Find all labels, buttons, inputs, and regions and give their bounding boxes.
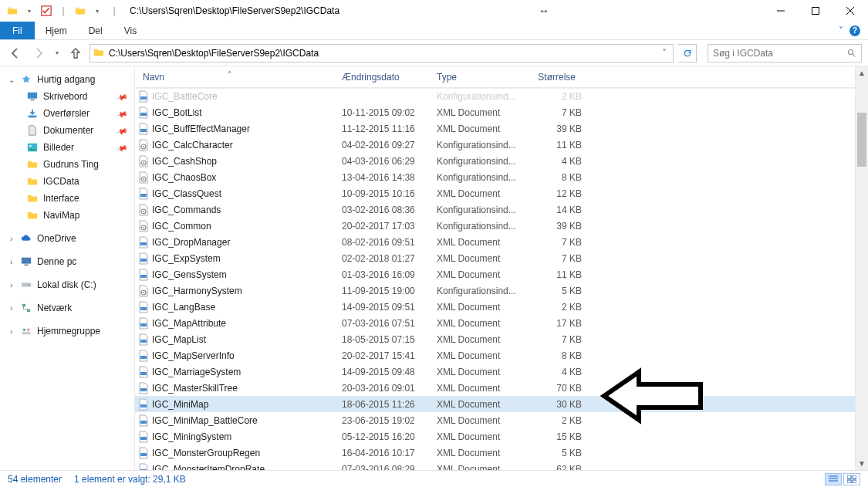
chevron-right-icon[interactable]: › (8, 304, 15, 313)
checkbox-icon[interactable] (40, 5, 52, 17)
svg-rect-38 (140, 340, 147, 343)
vertical-scrollbar[interactable]: ▲ ▼ (855, 66, 868, 470)
table-row[interactable]: IGC_MapServerInfo20-02-2017 15:41XML Doc… (135, 347, 855, 364)
search-box[interactable] (708, 44, 862, 63)
table-row[interactable]: IGC_MapList18-05-2015 07:15XML Document7… (135, 331, 855, 347)
sidebar-item[interactable]: Gudruns Ting (0, 156, 134, 173)
network[interactable]: › Netværk (0, 299, 134, 316)
table-row[interactable]: IGC_MonsterGroupRegen16-04-2016 10:17XML… (135, 445, 855, 461)
table-row[interactable]: IGC_ExpSystem02-02-2018 01:27XML Documen… (135, 250, 855, 266)
svg-rect-43 (140, 421, 147, 424)
table-row[interactable]: IGC_CalcCharacter04-02-2016 09:27Konfigu… (135, 137, 855, 153)
sidebar-item[interactable]: Billeder📌 (0, 139, 134, 156)
nav-row: ▾ ˅ (0, 40, 868, 66)
scroll-down-icon[interactable]: ▼ (856, 457, 868, 470)
chevron-right-icon[interactable]: › (8, 258, 15, 266)
tab-view[interactable]: Vis (113, 22, 147, 39)
file-size: 2 KB (522, 91, 582, 102)
table-row[interactable]: IGC_HarmonySystem11-09-2015 19:00Konfigu… (135, 282, 855, 299)
svg-rect-40 (140, 372, 147, 375)
recent-dropdown[interactable]: ▾ (52, 44, 62, 63)
tab-home[interactable]: Hjem (35, 22, 78, 39)
status-selection: 1 element er valgt: 29,1 KB (74, 474, 186, 485)
svg-rect-41 (140, 388, 147, 391)
column-name[interactable]: Navn˄ (135, 72, 334, 83)
table-row[interactable]: IGC_MiniMap18-06-2015 11:26XML Document3… (135, 396, 855, 412)
close-button[interactable] (833, 0, 868, 22)
file-size: 7 KB (522, 334, 582, 345)
file-tab[interactable]: Fil (0, 22, 35, 39)
view-icons-button[interactable] (843, 473, 860, 485)
table-row[interactable]: IGC_BotList10-11-2015 09:02XML Document7… (135, 104, 855, 120)
column-date[interactable]: Ændringsdato (334, 72, 429, 83)
column-size[interactable]: Størrelse (522, 72, 583, 83)
svg-rect-47 (847, 475, 851, 479)
sidebar-item[interactable]: NaviMap (0, 207, 134, 224)
file-name: IGC_ChaosBox (152, 172, 334, 183)
address-bar[interactable]: ˅ (90, 44, 674, 63)
svg-point-15 (27, 329, 30, 332)
sidebar-item[interactable]: Skrivebord📌 (0, 88, 134, 105)
table-row[interactable]: IGC_Common20-02-2017 17:03Konfigurations… (135, 218, 855, 234)
qat-dropdown-icon[interactable]: ▾ (23, 5, 35, 17)
sidebar-item[interactable]: IGCData (0, 173, 134, 190)
table-row[interactable]: IGC_LangBase14-09-2015 09:51XML Document… (135, 299, 855, 315)
maximize-button[interactable] (799, 0, 833, 22)
table-row[interactable]: IGC_Commands03-02-2016 08:36Konfiguratio… (135, 201, 855, 218)
cloud-icon (20, 232, 32, 245)
up-button[interactable] (66, 44, 85, 63)
table-row[interactable]: IGC_GensSystem01-03-2016 16:09XML Docume… (135, 266, 855, 282)
folder-icon (6, 5, 19, 17)
file-name: IGC_MasterSkillTree (152, 383, 334, 394)
file-name: IGC_MonsterGroupRegen (152, 448, 334, 458)
column-type[interactable]: Type (429, 72, 522, 83)
chevron-down-icon[interactable]: ⌄ (8, 76, 15, 84)
sidebar-item[interactable]: Dokumenter📌 (0, 122, 134, 139)
table-row[interactable]: IGC_CashShop04-03-2016 06:29Konfiguratio… (135, 153, 855, 169)
file-date: 23-06-2015 19:02 (334, 415, 429, 426)
table-row[interactable]: IGC_MonsterItemDropRate07-03-2016 08:29X… (135, 461, 855, 470)
chevron-right-icon[interactable]: › (8, 281, 15, 289)
minimize-button[interactable] (764, 0, 799, 22)
table-row[interactable]: IGC_MarriageSystem14-09-2015 09:48XML Do… (135, 364, 855, 380)
svg-point-11 (29, 284, 30, 286)
table-row[interactable]: IGC_ClassQuest10-09-2015 10:16XML Docume… (135, 185, 855, 201)
table-row[interactable]: IGC_DropManager08-02-2016 09:51XML Docum… (135, 234, 855, 250)
help-icon[interactable]: ? (849, 25, 860, 36)
back-button[interactable] (6, 44, 25, 63)
sidebar-item[interactable]: Overførsler📌 (0, 105, 134, 122)
table-row[interactable]: IGC_MapAttribute07-03-2016 07:51XML Docu… (135, 315, 855, 331)
onedrive[interactable]: › OneDrive (0, 230, 134, 247)
local-disk[interactable]: › Lokal disk (C:) (0, 276, 134, 293)
scroll-up-icon[interactable]: ▲ (856, 66, 868, 79)
file-type: XML Document (429, 415, 522, 426)
forward-button[interactable] (29, 44, 48, 63)
table-row[interactable]: IGC_BuffEffectManager11-12-2015 11:16XML… (135, 120, 855, 137)
tab-share[interactable]: Del (78, 22, 113, 39)
search-input[interactable] (713, 48, 847, 59)
view-details-button[interactable] (825, 473, 842, 485)
table-row[interactable]: IGC_MiningSystem05-12-2015 16:20XML Docu… (135, 428, 855, 445)
address-input[interactable] (109, 48, 659, 59)
svg-point-25 (143, 178, 144, 180)
scroll-thumb[interactable] (857, 113, 866, 167)
table-row[interactable]: IGC_MasterSkillTree20-03-2016 09:01XML D… (135, 380, 855, 396)
table-row[interactable]: IGC_MiniMap_BattleCore23-06-2015 19:02XM… (135, 412, 855, 428)
qat-dropdown-icon[interactable]: ▾ (91, 5, 103, 17)
folder-icon (26, 175, 39, 188)
chevron-right-icon[interactable]: › (8, 235, 15, 243)
homegroup[interactable]: › Hjemmegruppe (0, 323, 134, 340)
sidebar: ⌄ Hurtig adgang Skrivebord📌Overførsler📌D… (0, 66, 135, 470)
sidebar-item[interactable]: Interface (0, 190, 134, 207)
this-pc[interactable]: › Denne pc (0, 253, 134, 270)
table-row[interactable]: IGC_BattleCoreKonfigurationsind...2 KB (135, 88, 855, 104)
svg-rect-4 (30, 100, 34, 101)
file-type: Konfigurationsind... (429, 221, 522, 232)
ribbon-collapse-icon[interactable]: ˅ (839, 25, 843, 36)
quick-access[interactable]: ⌄ Hurtig adgang (0, 71, 134, 88)
chevron-down-icon[interactable]: ˅ (659, 48, 670, 59)
refresh-button[interactable] (678, 44, 697, 63)
file-type: XML Document (429, 302, 522, 313)
table-row[interactable]: IGC_ChaosBox13-04-2016 14:38Konfiguratio… (135, 169, 855, 185)
chevron-right-icon[interactable]: › (8, 327, 15, 336)
